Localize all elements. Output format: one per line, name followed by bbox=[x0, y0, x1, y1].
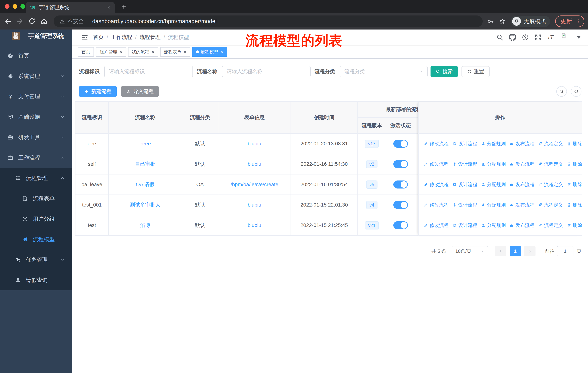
process-name-link[interactable]: eeee bbox=[139, 141, 151, 147]
publish-process-link[interactable]: 发布流程 bbox=[510, 141, 535, 147]
prev-page-button[interactable] bbox=[495, 246, 506, 256]
toggle-search-button[interactable] bbox=[556, 86, 567, 97]
back-icon[interactable] bbox=[4, 18, 12, 25]
close-window-button[interactable] bbox=[5, 4, 10, 9]
minimize-window-button[interactable] bbox=[13, 4, 17, 9]
browser-menu-icon[interactable] bbox=[575, 19, 581, 24]
form-info-link[interactable]: /bpm/oa/leave/create bbox=[231, 181, 278, 187]
page-tab-home[interactable]: 首页 bbox=[78, 47, 94, 57]
sidebar-item-home[interactable]: 首页 bbox=[0, 46, 72, 66]
publish-process-link[interactable]: 发布流程 bbox=[510, 161, 535, 167]
sidebar-item-user-group[interactable]: 用户分组 bbox=[0, 209, 72, 229]
forward-icon[interactable] bbox=[16, 18, 24, 25]
definition-process-link[interactable]: 流程定义 bbox=[538, 222, 563, 229]
page-tab-my-process[interactable]: 我的流程 bbox=[128, 47, 158, 57]
close-icon[interactable] bbox=[119, 50, 122, 53]
assign-process-link[interactable]: 分配规则 bbox=[481, 202, 506, 208]
assign-process-link[interactable]: 分配规则 bbox=[481, 161, 506, 167]
edit-process-link[interactable]: 修改流程 bbox=[424, 181, 449, 188]
breadcrumb-item[interactable]: 首页 bbox=[93, 34, 104, 41]
bookmark-star-icon[interactable] bbox=[499, 18, 506, 25]
publish-process-link[interactable]: 发布流程 bbox=[510, 181, 535, 188]
sidebar-item-workflow[interactable]: 工作流程 bbox=[0, 148, 72, 168]
page-tab-tenant[interactable]: 租户管理 bbox=[96, 47, 126, 57]
close-icon[interactable] bbox=[220, 50, 223, 53]
process-name-link[interactable]: 测试多审批人 bbox=[130, 202, 161, 208]
form-info-link[interactable]: biubiu bbox=[248, 222, 261, 228]
active-toggle[interactable] bbox=[393, 160, 408, 168]
reload-icon[interactable] bbox=[28, 18, 36, 25]
edit-process-link[interactable]: 修改流程 bbox=[424, 161, 449, 167]
edit-process-link[interactable]: 修改流程 bbox=[424, 141, 449, 147]
sidebar-item-leave-query[interactable]: 请假查询 bbox=[0, 270, 72, 290]
process-name-link[interactable]: 自己审批 bbox=[135, 161, 156, 168]
definition-process-link[interactable]: 流程定义 bbox=[538, 161, 563, 167]
url-text[interactable]: dashboard.yudao.iocoder.cn/bpm/manager/m… bbox=[92, 18, 217, 25]
process-key-input[interactable] bbox=[104, 66, 193, 77]
design-process-link[interactable]: 设计流程 bbox=[452, 181, 477, 188]
active-toggle[interactable] bbox=[393, 181, 408, 189]
page-1-button[interactable]: 1 bbox=[510, 246, 521, 256]
form-info-link[interactable]: biubiu bbox=[248, 202, 261, 208]
breadcrumb-item[interactable]: 流程管理 bbox=[139, 34, 161, 41]
collapse-sidebar-icon[interactable] bbox=[81, 34, 88, 41]
new-tab-button[interactable] bbox=[121, 4, 126, 10]
assign-process-link[interactable]: 分配规则 bbox=[481, 222, 506, 229]
delete-process-link[interactable]: 删除 bbox=[567, 141, 582, 147]
github-icon[interactable] bbox=[509, 34, 516, 41]
publish-process-link[interactable]: 发布流程 bbox=[510, 202, 535, 208]
sidebar-item-task-mgmt[interactable]: 任务管理 bbox=[0, 250, 72, 270]
assign-process-link[interactable]: 分配规则 bbox=[481, 141, 506, 147]
active-toggle[interactable] bbox=[393, 221, 408, 229]
address-bar[interactable]: 不安全 dashboard.yudao.iocoder.cn/bpm/manag… bbox=[53, 15, 483, 27]
sidebar-item-devtools[interactable]: 研发工具 bbox=[0, 127, 72, 148]
publish-process-link[interactable]: 发布流程 bbox=[510, 222, 535, 229]
design-process-link[interactable]: 设计流程 bbox=[452, 202, 477, 208]
breadcrumb-item[interactable]: 工作流程 bbox=[111, 34, 132, 41]
security-warning-icon[interactable] bbox=[59, 19, 65, 24]
definition-process-link[interactable]: 流程定义 bbox=[538, 141, 563, 147]
design-process-link[interactable]: 设计流程 bbox=[452, 161, 477, 167]
form-info-link[interactable]: biubiu bbox=[248, 161, 261, 167]
page-tab-process-form[interactable]: 流程表单 bbox=[160, 47, 190, 57]
process-name-input[interactable] bbox=[222, 66, 311, 77]
page-size-select[interactable]: 10条/页 bbox=[452, 246, 488, 256]
next-page-button[interactable] bbox=[524, 246, 536, 256]
sidebar-item-system[interactable]: 系统管理 bbox=[0, 66, 72, 86]
delete-process-link[interactable]: 删除 bbox=[567, 161, 582, 167]
update-button[interactable]: 更新 bbox=[555, 15, 584, 27]
form-info-link[interactable]: biubiu bbox=[248, 141, 261, 147]
delete-process-link[interactable]: 删除 bbox=[567, 181, 582, 188]
import-process-button[interactable]: 导入流程 bbox=[121, 86, 159, 97]
security-label[interactable]: 不安全 bbox=[67, 18, 84, 25]
fullscreen-icon[interactable] bbox=[535, 34, 542, 41]
zoom-window-button[interactable] bbox=[21, 4, 25, 9]
sidebar-item-payment[interactable]: ¥支付管理 bbox=[0, 86, 72, 107]
sidebar-item-infra[interactable]: 基础设施 bbox=[0, 107, 72, 127]
sidebar-item-process-mgmt[interactable]: 流程管理 bbox=[0, 168, 72, 188]
edit-process-link[interactable]: 修改流程 bbox=[424, 222, 449, 229]
search-icon[interactable] bbox=[496, 34, 504, 41]
page-tab-process-model[interactable]: 流程模型 bbox=[192, 47, 227, 57]
close-tab-icon[interactable] bbox=[107, 5, 111, 10]
reset-button[interactable]: 重置 bbox=[462, 66, 490, 77]
assign-process-link[interactable]: 分配规则 bbox=[481, 181, 506, 188]
process-name-link[interactable]: OA 请假 bbox=[136, 181, 155, 188]
sidebar-item-process-model[interactable]: 流程模型 bbox=[0, 229, 72, 250]
delete-process-link[interactable]: 删除 bbox=[567, 202, 582, 208]
textsize-icon[interactable]: TT bbox=[547, 34, 555, 41]
process-category-select[interactable]: 流程分类 bbox=[340, 66, 428, 77]
active-toggle[interactable] bbox=[393, 201, 408, 209]
password-key-icon[interactable] bbox=[487, 18, 494, 25]
goto-page-input[interactable] bbox=[557, 246, 573, 256]
browser-tab[interactable]: 芋道管理系统 bbox=[26, 2, 115, 13]
process-name-link[interactable]: 滔博 bbox=[140, 222, 150, 229]
close-icon[interactable] bbox=[151, 50, 154, 53]
definition-process-link[interactable]: 流程定义 bbox=[538, 181, 563, 188]
sidebar-item-process-form[interactable]: 流程表单 bbox=[0, 188, 72, 209]
avatar[interactable] bbox=[560, 32, 571, 43]
question-icon[interactable] bbox=[522, 34, 529, 41]
chevron-down-icon[interactable] bbox=[577, 36, 581, 39]
active-toggle[interactable] bbox=[393, 140, 408, 148]
home-icon[interactable] bbox=[40, 18, 48, 25]
